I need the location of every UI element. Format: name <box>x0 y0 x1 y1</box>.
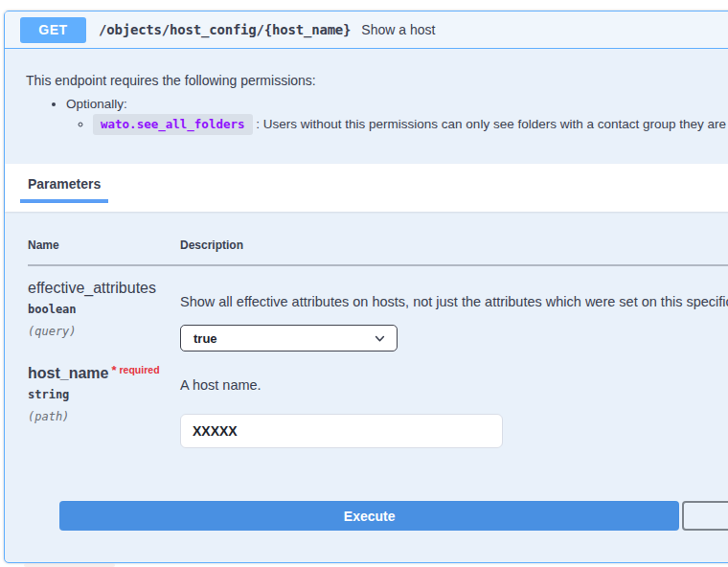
column-header-name: Name <box>28 238 180 252</box>
column-header-description: Description <box>180 238 728 252</box>
param-location: (query) <box>28 325 180 338</box>
permission-description: : Users without this permissions can onl… <box>256 117 728 131</box>
required-star: * <box>111 363 116 377</box>
param-description: Show all effective attributes on hosts, … <box>180 294 728 309</box>
permissions-group-label: Optionally: <box>66 97 127 111</box>
required-label: required <box>120 364 160 375</box>
table-header-row: Name Description <box>28 238 728 252</box>
param-type: string <box>28 388 180 401</box>
param-description-cell: A host name. <box>180 363 728 448</box>
endpoint-block: GET /objects/host_config/{host_name} Sho… <box>4 11 728 563</box>
param-name: host_name*required <box>28 363 180 382</box>
parameters-table: Name Description effective_attributes bo… <box>5 212 728 531</box>
param-name-cell: host_name*required string (path) <box>28 363 180 448</box>
host-name-input[interactable] <box>180 414 503 448</box>
param-description-cell: Show all effective attributes on hosts, … <box>180 280 728 352</box>
clear-button[interactable] <box>682 501 728 531</box>
select-selected-value: true <box>193 331 217 346</box>
permissions-section: This endpoint requires the following per… <box>5 49 728 164</box>
tab-parameters[interactable]: Parameters <box>20 176 108 203</box>
execute-button[interactable]: Execute <box>59 501 679 531</box>
chevron-down-icon <box>374 332 386 345</box>
table-row: host_name*required string (path) A host … <box>28 363 728 448</box>
param-name-cell: effective_attributes boolean (query) <box>28 280 180 352</box>
permissions-sublist: wato.see_all_folders : Users without thi… <box>66 114 728 134</box>
permissions-list: Optionally: wato.see_all_folders : Users… <box>26 97 728 134</box>
execute-row: Execute <box>59 501 728 531</box>
table-divider <box>28 264 728 266</box>
effective-attributes-select[interactable]: true <box>180 325 398 352</box>
permission-code: wato.see_all_folders <box>93 114 253 135</box>
permissions-intro: This endpoint requires the following per… <box>26 73 728 88</box>
param-type: boolean <box>28 303 180 316</box>
permission-item: wato.see_all_folders : Users without thi… <box>93 114 728 134</box>
parameters-section-header: Parameters <box>5 164 728 212</box>
param-name: effective_attributes <box>28 280 180 297</box>
endpoint-summary[interactable]: GET /objects/host_config/{host_name} Sho… <box>5 11 728 49</box>
permissions-group-item: Optionally: wato.see_all_folders : Users… <box>66 97 728 134</box>
param-location: (path) <box>28 410 180 423</box>
http-method-badge: GET <box>20 17 86 43</box>
param-description: A host name. <box>180 377 728 393</box>
next-section-fragment <box>24 563 115 567</box>
param-name-text: host_name <box>28 365 108 381</box>
endpoint-summary-text: Show a host <box>361 22 435 37</box>
endpoint-path: /objects/host_config/{host_name} <box>99 22 351 37</box>
table-row: effective_attributes boolean (query) Sho… <box>28 280 728 352</box>
